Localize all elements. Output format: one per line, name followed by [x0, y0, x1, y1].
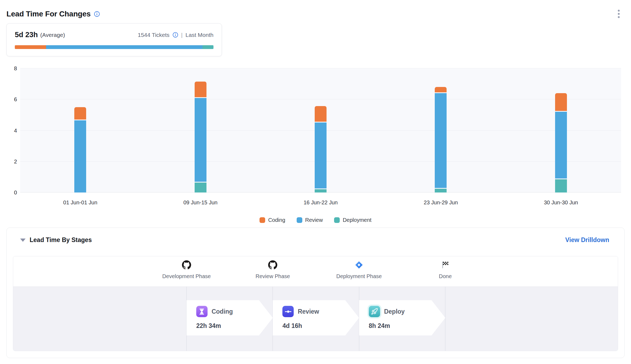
- stage-label: Coding: [212, 308, 233, 315]
- bar-segment-review[interactable]: [315, 122, 327, 188]
- bar-segment-coding[interactable]: [555, 93, 567, 111]
- milestone-review-phase: Review Phase: [255, 260, 290, 279]
- bar-segment-coding[interactable]: [74, 107, 86, 120]
- stage-card-header-row: Deploy: [369, 306, 446, 317]
- distribution-segment-review: [46, 45, 202, 49]
- stages-table-header: Development PhaseReview PhaseDeployment …: [13, 256, 618, 286]
- lead-time-chart: 02468 01 Jun-01 Jun09 Jun-15 Jun16 Jun-2…: [0, 68, 631, 223]
- milestone-deployment-phase: Deployment Phase: [336, 260, 382, 279]
- distribution-segment-coding: [15, 45, 46, 49]
- stacked-bar[interactable]: [74, 107, 86, 192]
- legend-item-coding[interactable]: Coding: [260, 217, 285, 223]
- stage-card-header-row: Coding: [196, 306, 273, 317]
- bar-segment-deployment[interactable]: [555, 179, 567, 192]
- y-axis-tick-label: 6: [7, 96, 17, 103]
- bar-segment-deployment[interactable]: [315, 189, 327, 192]
- bar-segment-coding[interactable]: [315, 106, 327, 122]
- rocket-icon: [369, 306, 380, 317]
- x-axis-tick-label: 01 Jun-01 Jun: [20, 200, 140, 206]
- lead-time-by-stages-section: Lead Time By Stages View Drilldown Devel…: [6, 228, 625, 358]
- github-icon: [182, 260, 191, 270]
- bar-column: [381, 68, 501, 192]
- stage-duration: 8h 24m: [369, 322, 446, 330]
- bar-segment-review[interactable]: [195, 98, 206, 182]
- chart-plot-area: 02468: [20, 68, 621, 192]
- stages-section-title: Lead Time By Stages: [30, 236, 92, 244]
- bar-segment-review[interactable]: [74, 120, 86, 192]
- column-divider: [445, 287, 446, 351]
- page-title: Lead Time For Changes: [6, 10, 91, 18]
- milestone-label: Review Phase: [255, 273, 290, 279]
- average-distribution-bar: [15, 45, 213, 49]
- stage-card-coding[interactable]: Coding22h 34m: [187, 300, 273, 335]
- bar-segment-deployment[interactable]: [195, 183, 206, 192]
- y-axis-tick-label: 8: [7, 65, 17, 72]
- stages-table-body: Coding22h 34mReview4d 16hDeploy8h 24m: [13, 286, 618, 351]
- stage-duration: 4d 16h: [282, 322, 359, 330]
- bar-segment-review[interactable]: [555, 112, 567, 178]
- period-label: Last Month: [185, 32, 213, 38]
- stacked-bar[interactable]: [435, 87, 447, 192]
- bar-column: [140, 68, 260, 192]
- bar-column: [20, 68, 140, 192]
- bars-layer: [20, 68, 621, 192]
- x-axis-tick-label: 09 Jun-15 Jun: [140, 200, 260, 206]
- milestone-label: Done: [439, 273, 452, 279]
- bar-segment-coding[interactable]: [435, 87, 447, 92]
- stacked-bar[interactable]: [315, 106, 327, 192]
- y-axis-tick-label: 4: [7, 127, 17, 134]
- chart-x-axis: 01 Jun-01 Jun09 Jun-15 Jun16 Jun-22 Jun2…: [20, 200, 621, 206]
- stage-label: Deploy: [384, 308, 405, 315]
- jira-diamond-icon: [355, 260, 363, 270]
- milestone-done: Done: [439, 260, 452, 279]
- tickets-count: 1544 Tickets: [138, 32, 170, 38]
- stage-card-deploy[interactable]: Deploy8h 24m: [359, 300, 446, 335]
- average-summary-card: 5d 23h (Average) 1544 Tickets | Last Mon…: [6, 23, 222, 56]
- stacked-bar[interactable]: [195, 82, 206, 192]
- tickets-info-icon[interactable]: [173, 32, 178, 38]
- stacked-bar[interactable]: [555, 93, 567, 192]
- bar-segment-deployment[interactable]: [435, 189, 447, 192]
- github-icon: [268, 260, 277, 270]
- legend-label: Coding: [268, 217, 285, 223]
- x-axis-tick-label: 16 Jun-22 Jun: [261, 200, 381, 206]
- legend-label: Review: [305, 217, 323, 223]
- chart-legend: CodingReviewDeployment: [0, 217, 631, 223]
- stage-label: Review: [298, 308, 319, 315]
- average-label: (Average): [40, 32, 65, 38]
- bar-column: [261, 68, 381, 192]
- average-value: 5d 23h: [15, 31, 38, 39]
- title-info-icon[interactable]: [94, 11, 100, 17]
- bar-column: [501, 68, 621, 192]
- collapse-caret-icon[interactable]: [20, 239, 26, 242]
- stage-card-header-row: Review: [282, 306, 359, 317]
- legend-swatch-icon: [260, 217, 265, 223]
- stage-card-review[interactable]: Review4d 16h: [273, 300, 359, 335]
- bar-segment-coding[interactable]: [195, 82, 206, 97]
- y-axis-tick-label: 0: [7, 190, 17, 196]
- view-drilldown-link[interactable]: View Drilldown: [565, 236, 609, 244]
- milestone-development-phase: Development Phase: [162, 260, 211, 279]
- stage-duration: 22h 34m: [196, 322, 273, 330]
- legend-swatch-icon: [334, 217, 340, 223]
- legend-label: Deployment: [343, 217, 371, 223]
- widget-header: Lead Time For Changes: [0, 0, 631, 20]
- bar-segment-review[interactable]: [435, 93, 447, 188]
- legend-swatch-icon: [297, 217, 302, 223]
- stages-table: Development PhaseReview PhaseDeployment …: [13, 256, 618, 351]
- separator: |: [181, 32, 183, 38]
- x-axis-tick-label: 30 Jun-30 Jun: [501, 200, 621, 206]
- milestone-label: Development Phase: [162, 273, 211, 279]
- commit-icon: [282, 306, 294, 317]
- legend-item-review[interactable]: Review: [297, 217, 323, 223]
- hourglass-icon: [196, 306, 208, 317]
- y-axis-tick-label: 2: [7, 158, 17, 164]
- kebab-menu-icon[interactable]: [616, 8, 621, 20]
- legend-item-deployment[interactable]: Deployment: [334, 217, 371, 223]
- milestone-label: Deployment Phase: [336, 273, 382, 279]
- x-axis-tick-label: 23 Jun-29 Jun: [381, 200, 501, 206]
- distribution-segment-deployment: [202, 45, 213, 49]
- checkered-flag-icon: [441, 260, 449, 270]
